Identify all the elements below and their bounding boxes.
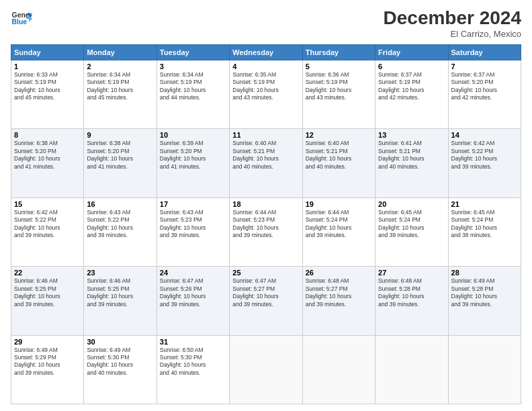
- day-number: 1: [14, 62, 81, 71]
- day-info: Sunrise: 6:39 AM Sunset: 5:20 PM Dayligh…: [160, 140, 226, 171]
- col-thursday: Thursday: [302, 44, 375, 60]
- day-info: Sunrise: 6:37 AM Sunset: 5:19 PM Dayligh…: [378, 71, 445, 102]
- col-wednesday: Wednesday: [230, 44, 302, 60]
- day-info: Sunrise: 6:47 AM Sunset: 5:26 PM Dayligh…: [160, 277, 226, 308]
- day-info: Sunrise: 6:38 AM Sunset: 5:20 PM Dayligh…: [14, 140, 81, 171]
- col-monday: Monday: [84, 44, 157, 60]
- day-number: 20: [378, 200, 445, 208]
- logo-icon: General Blue: [11, 8, 32, 30]
- calendar-cell: 12Sunrise: 6:40 AM Sunset: 5:21 PM Dayli…: [302, 129, 375, 197]
- day-number: 9: [87, 131, 153, 139]
- day-info: Sunrise: 6:45 AM Sunset: 5:24 PM Dayligh…: [378, 209, 445, 240]
- day-number: 7: [451, 62, 518, 71]
- day-info: Sunrise: 6:34 AM Sunset: 5:19 PM Dayligh…: [87, 71, 153, 102]
- day-info: Sunrise: 6:48 AM Sunset: 5:28 PM Dayligh…: [378, 277, 445, 308]
- day-number: 17: [160, 200, 226, 208]
- calendar-cell: 7Sunrise: 6:37 AM Sunset: 5:20 PM Daylig…: [448, 60, 521, 128]
- day-info: Sunrise: 6:46 AM Sunset: 5:25 PM Dayligh…: [87, 277, 153, 308]
- day-number: 10: [160, 131, 226, 139]
- day-info: Sunrise: 6:46 AM Sunset: 5:25 PM Dayligh…: [14, 277, 81, 308]
- calendar-cell: 22Sunrise: 6:46 AM Sunset: 5:25 PM Dayli…: [11, 267, 84, 335]
- main-title: December 2024: [384, 8, 521, 29]
- day-info: Sunrise: 6:43 AM Sunset: 5:23 PM Dayligh…: [160, 209, 226, 240]
- day-info: Sunrise: 6:47 AM Sunset: 5:27 PM Dayligh…: [232, 277, 299, 308]
- day-info: Sunrise: 6:36 AM Sunset: 5:19 PM Dayligh…: [306, 71, 372, 102]
- calendar-cell: 23Sunrise: 6:46 AM Sunset: 5:25 PM Dayli…: [84, 267, 157, 335]
- day-number: 12: [306, 131, 372, 139]
- day-number: 23: [87, 269, 153, 277]
- day-number: 15: [14, 200, 81, 208]
- calendar-cell: 6Sunrise: 6:37 AM Sunset: 5:19 PM Daylig…: [375, 60, 448, 128]
- day-number: 29: [14, 338, 81, 346]
- calendar-cell: 25Sunrise: 6:47 AM Sunset: 5:27 PM Dayli…: [230, 267, 302, 335]
- col-tuesday: Tuesday: [157, 44, 229, 60]
- day-number: 25: [232, 269, 299, 277]
- calendar-cell: [448, 335, 521, 404]
- calendar-cell: 21Sunrise: 6:45 AM Sunset: 5:24 PM Dayli…: [448, 197, 521, 266]
- logo: General Blue: [11, 8, 32, 30]
- day-info: Sunrise: 6:49 AM Sunset: 5:29 PM Dayligh…: [14, 347, 81, 377]
- day-number: 14: [451, 131, 518, 139]
- calendar-cell: 19Sunrise: 6:44 AM Sunset: 5:24 PM Dayli…: [302, 197, 375, 266]
- calendar-table: Sunday Monday Tuesday Wednesday Thursday…: [11, 44, 521, 404]
- day-number: 2: [87, 62, 153, 71]
- calendar-cell: 2Sunrise: 6:34 AM Sunset: 5:19 PM Daylig…: [84, 60, 157, 128]
- day-info: Sunrise: 6:49 AM Sunset: 5:30 PM Dayligh…: [87, 347, 153, 377]
- page: General Blue December 2024 El Carrizo, M…: [0, 0, 532, 411]
- col-saturday: Saturday: [448, 44, 521, 60]
- day-info: Sunrise: 6:44 AM Sunset: 5:23 PM Dayligh…: [232, 209, 299, 240]
- day-number: 16: [87, 200, 153, 208]
- calendar-cell: 18Sunrise: 6:44 AM Sunset: 5:23 PM Dayli…: [230, 197, 302, 266]
- day-info: Sunrise: 6:50 AM Sunset: 5:30 PM Dayligh…: [160, 347, 226, 377]
- day-number: 18: [232, 200, 299, 208]
- day-info: Sunrise: 6:40 AM Sunset: 5:21 PM Dayligh…: [306, 140, 372, 171]
- day-number: 30: [87, 338, 153, 346]
- calendar-cell: 1Sunrise: 6:33 AM Sunset: 5:19 PM Daylig…: [11, 60, 84, 128]
- day-info: Sunrise: 6:42 AM Sunset: 5:22 PM Dayligh…: [451, 140, 518, 171]
- calendar-cell: 20Sunrise: 6:45 AM Sunset: 5:24 PM Dayli…: [375, 197, 448, 266]
- day-number: 13: [378, 131, 445, 139]
- day-info: Sunrise: 6:38 AM Sunset: 5:20 PM Dayligh…: [87, 140, 153, 171]
- calendar-cell: [230, 335, 302, 404]
- svg-text:Blue: Blue: [12, 18, 28, 26]
- calendar-cell: 4Sunrise: 6:35 AM Sunset: 5:19 PM Daylig…: [230, 60, 302, 128]
- calendar-week-row: 15Sunrise: 6:42 AM Sunset: 5:22 PM Dayli…: [11, 197, 521, 266]
- calendar-cell: 8Sunrise: 6:38 AM Sunset: 5:20 PM Daylig…: [11, 129, 84, 197]
- day-info: Sunrise: 6:45 AM Sunset: 5:24 PM Dayligh…: [451, 209, 518, 240]
- day-info: Sunrise: 6:43 AM Sunset: 5:22 PM Dayligh…: [87, 209, 153, 240]
- calendar-week-row: 8Sunrise: 6:38 AM Sunset: 5:20 PM Daylig…: [11, 129, 521, 197]
- day-info: Sunrise: 6:35 AM Sunset: 5:19 PM Dayligh…: [232, 71, 299, 102]
- calendar-cell: 17Sunrise: 6:43 AM Sunset: 5:23 PM Dayli…: [157, 197, 229, 266]
- calendar-week-row: 29Sunrise: 6:49 AM Sunset: 5:29 PM Dayli…: [11, 335, 521, 404]
- day-number: 11: [232, 131, 299, 139]
- calendar-cell: 31Sunrise: 6:50 AM Sunset: 5:30 PM Dayli…: [157, 335, 229, 404]
- day-number: 31: [160, 338, 226, 346]
- calendar-cell: 5Sunrise: 6:36 AM Sunset: 5:19 PM Daylig…: [302, 60, 375, 128]
- day-number: 26: [306, 269, 372, 277]
- calendar-week-row: 1Sunrise: 6:33 AM Sunset: 5:19 PM Daylig…: [11, 60, 521, 128]
- day-info: Sunrise: 6:41 AM Sunset: 5:21 PM Dayligh…: [378, 140, 445, 171]
- calendar-cell: 14Sunrise: 6:42 AM Sunset: 5:22 PM Dayli…: [448, 129, 521, 197]
- day-info: Sunrise: 6:37 AM Sunset: 5:20 PM Dayligh…: [451, 71, 518, 102]
- calendar-cell: 29Sunrise: 6:49 AM Sunset: 5:29 PM Dayli…: [11, 335, 84, 404]
- day-info: Sunrise: 6:33 AM Sunset: 5:19 PM Dayligh…: [14, 71, 81, 102]
- calendar-cell: 13Sunrise: 6:41 AM Sunset: 5:21 PM Dayli…: [375, 129, 448, 197]
- day-number: 8: [14, 131, 81, 139]
- calendar-cell: 10Sunrise: 6:39 AM Sunset: 5:20 PM Dayli…: [157, 129, 229, 197]
- header: General Blue December 2024 El Carrizo, M…: [11, 8, 521, 39]
- calendar-cell: 24Sunrise: 6:47 AM Sunset: 5:26 PM Dayli…: [157, 267, 229, 335]
- day-info: Sunrise: 6:42 AM Sunset: 5:22 PM Dayligh…: [14, 209, 81, 240]
- calendar-cell: [302, 335, 375, 404]
- day-number: 19: [306, 200, 372, 208]
- calendar-cell: 30Sunrise: 6:49 AM Sunset: 5:30 PM Dayli…: [84, 335, 157, 404]
- day-info: Sunrise: 6:49 AM Sunset: 5:28 PM Dayligh…: [451, 277, 518, 308]
- day-number: 3: [160, 62, 226, 71]
- calendar-cell: 27Sunrise: 6:48 AM Sunset: 5:28 PM Dayli…: [375, 267, 448, 335]
- day-info: Sunrise: 6:34 AM Sunset: 5:19 PM Dayligh…: [160, 71, 226, 102]
- day-number: 24: [160, 269, 226, 277]
- calendar-cell: 3Sunrise: 6:34 AM Sunset: 5:19 PM Daylig…: [157, 60, 229, 128]
- day-number: 6: [378, 62, 445, 71]
- subtitle: El Carrizo, Mexico: [384, 29, 521, 39]
- day-number: 5: [306, 62, 372, 71]
- calendar-cell: [375, 335, 448, 404]
